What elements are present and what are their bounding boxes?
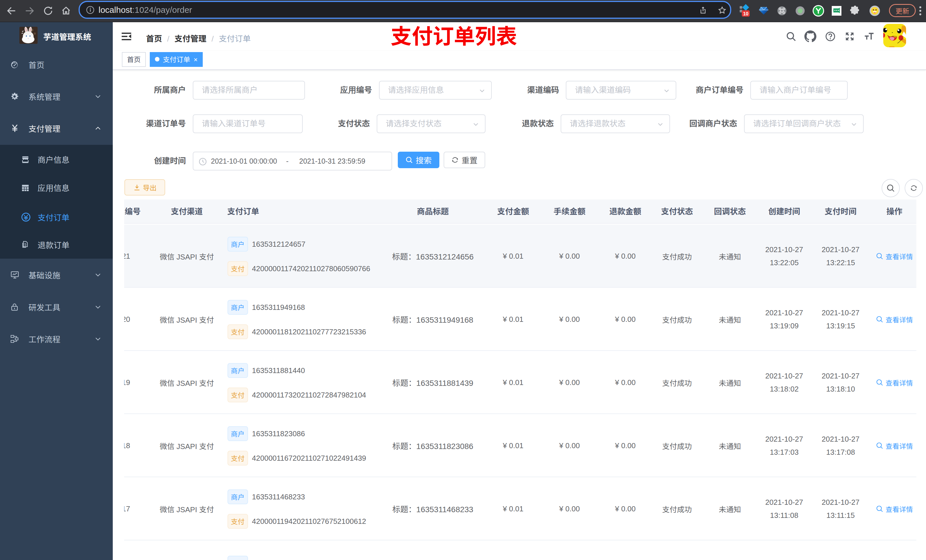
svg-text:10: 10	[743, 11, 748, 17]
